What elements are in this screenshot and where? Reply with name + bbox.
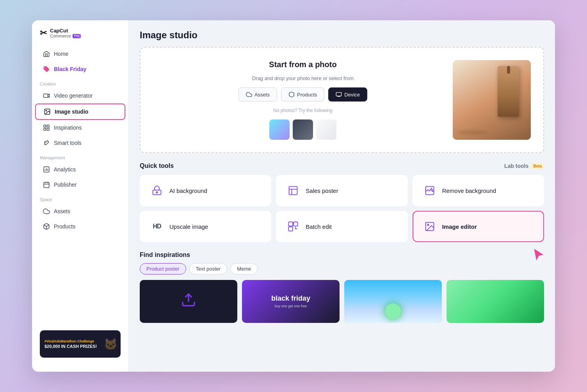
home-label: Home	[54, 51, 68, 57]
upscale-image-label: Upscale image	[169, 223, 208, 230]
upload-subtitle: Drag and drop your photo here or select …	[252, 75, 354, 81]
section-label-creation: Creation	[32, 77, 128, 88]
svg-rect-5	[44, 128, 46, 130]
svg-rect-16	[294, 222, 298, 226]
lab-tools-label: Lab tools Beta	[504, 163, 544, 169]
tool-upscale-image[interactable]: HD Upscale image	[140, 211, 271, 242]
smart-tools-label: Smart tools	[54, 140, 82, 146]
ai-background-label: AI background	[169, 187, 207, 194]
svg-rect-8	[44, 182, 49, 188]
svg-point-19	[427, 224, 429, 226]
upscale-icon: HD	[150, 219, 164, 233]
tool-ai-background[interactable]: AI background	[140, 175, 271, 206]
sales-poster-icon	[286, 184, 300, 198]
sidebar: ✂ CapCut Commerce Pro Home	[32, 20, 129, 372]
tool-remove-background[interactable]: Remove background	[413, 175, 544, 206]
cloud-icon	[43, 208, 50, 215]
sidebar-item-smart-tools[interactable]: Smart tools	[35, 135, 125, 150]
grid-icon	[43, 124, 50, 131]
batch-edit-icon	[286, 219, 300, 233]
filter-text-poster[interactable]: Text poster	[189, 263, 228, 274]
image-studio-icon	[44, 108, 51, 115]
quick-tools-title: Quick tools	[140, 162, 174, 169]
logo-text: CapCut Commerce Pro	[50, 28, 81, 38]
sample-image-3[interactable]	[316, 119, 336, 140]
sidebar-item-video-generator[interactable]: Video generator	[35, 88, 125, 103]
page-title: Image studio	[140, 30, 544, 41]
quick-tools-header: Quick tools Lab tools Beta	[140, 162, 544, 169]
products-btn-label: Products	[297, 92, 317, 98]
remove-background-label: Remove background	[442, 187, 496, 194]
publisher-label: Publisher	[54, 182, 76, 188]
image-studio-label: Image studio	[55, 109, 88, 115]
video-generator-label: Video generator	[54, 93, 92, 99]
section-label-space: Space	[32, 192, 128, 203]
svg-rect-0	[44, 94, 48, 98]
brand-name: CapCut	[50, 28, 81, 34]
tools-grid: AI background Sales poster Remove backgr…	[140, 175, 544, 242]
svg-rect-4	[47, 125, 49, 127]
upload-buttons: Assets Products Device	[238, 87, 367, 102]
sidebar-item-home[interactable]: Home	[35, 46, 125, 61]
sidebar-item-image-studio[interactable]: Image studio	[35, 103, 125, 120]
calendar-icon	[43, 181, 50, 188]
svg-rect-11	[153, 190, 161, 195]
sample-image-2[interactable]	[293, 119, 313, 140]
remove-bg-icon	[423, 184, 437, 198]
upload-left: Start from a photo Drag and drop your ph…	[153, 60, 453, 140]
sidebar-item-publisher[interactable]: Publisher	[35, 177, 125, 192]
svg-point-12	[156, 192, 158, 193]
tool-batch-edit[interactable]: Batch edit	[276, 211, 407, 242]
tool-image-editor[interactable]: Image editor	[413, 211, 544, 242]
app-container: ✂ CapCut Commerce Pro Home	[32, 20, 555, 372]
assets-button[interactable]: Assets	[238, 87, 277, 102]
svg-rect-10	[336, 93, 342, 96]
upload-placeholder-icon	[181, 292, 196, 311]
inspirations-label: Inspirations	[54, 125, 82, 131]
inspiration-card-upload[interactable]	[140, 280, 237, 323]
svg-rect-13	[289, 187, 297, 195]
inspiration-card-black-friday[interactable]: black friday buy one get one free	[242, 280, 340, 323]
sidebar-nav: Home Black Friday Creation Video generat…	[32, 46, 128, 324]
sidebar-item-products[interactable]: Products	[35, 219, 125, 234]
svg-rect-3	[44, 125, 46, 127]
main-content: Image studio Start from a photo Drag and…	[129, 20, 555, 372]
sidebar-item-inspirations[interactable]: Inspirations	[35, 120, 125, 135]
sidebar-item-assets[interactable]: Assets	[35, 204, 125, 219]
svg-rect-6	[47, 128, 49, 130]
chart-icon	[43, 166, 50, 173]
image-editor-label: Image editor	[442, 223, 477, 230]
brand-sub: Commerce Pro	[50, 34, 81, 38]
sidebar-bottom: #ViralAdsMarathon Challenge $20,000 IN C…	[32, 324, 128, 364]
filter-product-poster[interactable]: Product poster	[140, 263, 186, 274]
assets-label: Assets	[54, 208, 70, 214]
black-friday-label: Black Friday	[54, 66, 86, 72]
inspiration-card-nature[interactable]	[446, 280, 544, 323]
promo-decoration: 🐱	[104, 338, 117, 351]
box-icon	[43, 223, 50, 230]
tool-sales-poster[interactable]: Sales poster	[276, 175, 407, 206]
sample-image-1[interactable]	[269, 119, 290, 140]
main-header: Image studio	[129, 20, 555, 47]
sample-images	[269, 119, 336, 140]
device-button[interactable]: Device	[328, 87, 367, 102]
beta-badge: Beta	[531, 163, 544, 169]
inspirations-title: Find inspirations	[140, 251, 544, 258]
sidebar-item-analytics[interactable]: Analytics	[35, 162, 125, 177]
products-button[interactable]: Products	[281, 87, 324, 102]
inspirations-section: Find inspirations Product poster Text po…	[140, 251, 544, 323]
sidebar-item-black-friday[interactable]: Black Friday	[35, 62, 125, 77]
analytics-label: Analytics	[54, 166, 76, 173]
device-btn-label: Device	[344, 92, 360, 98]
section-label-management: Management	[32, 151, 128, 162]
wand-icon	[43, 139, 50, 146]
upload-heading: Start from a photo	[269, 60, 336, 69]
filter-meme[interactable]: Meme	[230, 263, 258, 274]
pro-badge: Pro	[73, 34, 81, 38]
no-photos-label: No photos? Try the following	[273, 108, 332, 113]
home-icon	[43, 50, 50, 57]
upload-zone[interactable]: Start from a photo Drag and drop your ph…	[140, 47, 544, 153]
sidebar-logo: ✂ CapCut Commerce Pro	[32, 28, 128, 46]
promo-card[interactable]: #ViralAdsMarathon Challenge $20,000 IN C…	[40, 330, 121, 358]
inspiration-card-sky[interactable]	[344, 280, 442, 323]
